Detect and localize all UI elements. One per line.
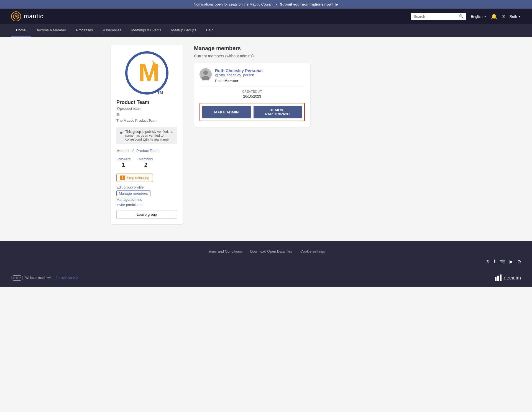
banner-cta[interactable]: Submit your nominations now!	[280, 2, 333, 6]
verified-notice: ★ This group is publicly verified, its n…	[116, 127, 177, 144]
svg-text:M: M	[139, 59, 159, 87]
followers-count: 1	[116, 162, 131, 168]
remove-participant-button[interactable]: REMOVE PARTICIPANT	[254, 106, 302, 118]
action-links: Edit group profile Manage members Manage…	[116, 185, 177, 219]
logo-icon: M	[11, 11, 21, 21]
svg-point-7	[203, 70, 208, 75]
created-at-label: CREATED AT	[200, 90, 305, 93]
member-of-row: Member of Product Team	[116, 149, 177, 153]
logo-link[interactable]: M mautic	[11, 11, 44, 21]
footer: Terms and Conditions Download Open Data …	[0, 241, 532, 287]
group-name: Product Team	[116, 100, 177, 105]
followers-stat: Followers 1	[116, 157, 131, 168]
group-logo: M TM	[116, 51, 177, 95]
verified-text: This group is publicly verified, its nam…	[125, 130, 175, 141]
member-name-link[interactable]: Ruth Cheesley Personal	[215, 68, 263, 73]
manage-members-link[interactable]: Manage members	[116, 190, 150, 196]
footer-link-cookies[interactable]: Cookie settings	[300, 249, 325, 253]
logo-text: mautic	[24, 13, 44, 20]
notification-icon[interactable]: 🔔	[491, 13, 497, 19]
members-count: 2	[139, 162, 153, 168]
language-button[interactable]: English ▼	[471, 14, 487, 19]
nav-item-become-member[interactable]: Become a Member	[31, 24, 71, 37]
right-content: Manage members Current members (without …	[194, 45, 421, 127]
top-banner: Nominations open for seats on the Mautic…	[0, 0, 532, 9]
role-label: Role:	[215, 79, 223, 83]
group-description: The Mautic Product Team	[116, 118, 177, 123]
decidim-label: decidim	[504, 275, 521, 281]
search-icon: 🔍	[459, 14, 464, 19]
created-section: CREATED AT 26/10/2023	[200, 90, 305, 98]
followers-label: Followers	[116, 157, 131, 161]
svg-text:M: M	[14, 14, 18, 19]
member-actions: MAKE ADMIN REMOVE PARTICIPANT	[200, 103, 305, 121]
footer-made-with: Website made with	[25, 276, 53, 280]
facebook-icon[interactable]: f	[494, 259, 495, 264]
banner-arrow: ▶	[336, 2, 338, 6]
banner-text: Nominations open for seats on the Mautic…	[194, 2, 273, 6]
make-admin-button[interactable]: MAKE ADMIN	[202, 106, 251, 118]
nav-item-processes[interactable]: Processes	[71, 24, 98, 37]
verified-icon: ★	[119, 130, 123, 135]
user-menu-button[interactable]: Ruth ▼	[510, 14, 521, 19]
stats-row: Followers 1 Members 2	[116, 157, 177, 168]
group-handle: @product-team	[116, 106, 177, 111]
members-stat: Members 2	[139, 157, 153, 168]
member-of-label: Member of	[116, 149, 134, 153]
twitter-icon[interactable]: 𝕏	[486, 259, 490, 264]
follow-count: 1	[120, 176, 125, 180]
role-value: Member	[224, 79, 238, 83]
current-members-label: Current members (without admins):	[194, 54, 421, 58]
bar2	[497, 276, 499, 281]
main-container: M TM Product Team @product-team ✉ The Ma…	[100, 45, 432, 224]
nav-item-meetup[interactable]: Meetup Groups	[166, 24, 201, 37]
github-icon[interactable]: ⊙	[517, 259, 521, 264]
nav-item-home[interactable]: Home	[11, 24, 31, 37]
svg-text:TM: TM	[157, 90, 163, 95]
nav-item-help[interactable]: Help	[201, 24, 219, 37]
header-right: 🔍 English ▼ 🔔 ✉ Ruth ▼	[411, 13, 521, 20]
leave-group-button[interactable]: Leave group	[116, 210, 177, 219]
footer-cc: © ⊕ ≠ Website made with free software ↗	[11, 275, 78, 281]
search-input[interactable]	[414, 14, 457, 19]
footer-links: Terms and Conditions Download Open Data …	[11, 249, 521, 253]
nav-bar: Home Become a Member Processes Assemblie…	[0, 24, 532, 37]
member-role: Role: Member	[215, 79, 305, 83]
footer-link-opendata[interactable]: Download Open Data files	[250, 249, 292, 253]
member-info: Ruth Cheesley Personal @ruth_cheesley_pe…	[215, 68, 305, 83]
member-of-link[interactable]: Product Team	[136, 149, 158, 153]
email-icon: ✉	[116, 112, 177, 117]
youtube-icon[interactable]: ▶	[510, 259, 513, 264]
instagram-icon[interactable]: 📷	[500, 259, 505, 264]
members-label: Members	[139, 157, 153, 161]
footer-link-terms[interactable]: Terms and Conditions	[207, 249, 242, 253]
edit-profile-link[interactable]: Edit group profile	[116, 185, 177, 189]
decidim-logo: decidim	[495, 274, 521, 281]
member-header: Ruth Cheesley Personal @ruth_cheesley_pe…	[200, 68, 305, 83]
search-box[interactable]: 🔍	[411, 13, 466, 20]
bar1	[495, 277, 497, 281]
bar3	[500, 274, 502, 281]
manage-admins-link[interactable]: Manage admins	[116, 197, 177, 202]
member-card: Ruth Cheesley Personal @ruth_cheesley_pe…	[194, 63, 310, 127]
message-icon[interactable]: ✉	[502, 14, 505, 19]
sidebar-card: M TM Product Team @product-team ✉ The Ma…	[111, 45, 183, 224]
user-name: Ruth	[510, 14, 517, 19]
banner-separator: -	[276, 2, 277, 6]
header: M mautic 🔍 English ▼ 🔔 ✉ Ruth ▼	[0, 9, 532, 24]
stop-following-label: Stop following	[127, 176, 149, 180]
cc-badge: © ⊕ ≠	[11, 275, 23, 281]
stop-following-button[interactable]: 1 Stop following	[116, 174, 153, 182]
nav-item-assemblies[interactable]: Assemblies	[98, 24, 126, 37]
invite-participant-link[interactable]: Invite participant	[116, 203, 177, 207]
user-chevron-icon: ▼	[518, 15, 521, 18]
member-avatar	[200, 68, 212, 80]
nav-item-meetings[interactable]: Meetings & Events	[126, 24, 166, 37]
created-date: 26/10/2023	[200, 94, 305, 98]
divider	[200, 86, 305, 87]
lang-chevron-icon: ▼	[484, 15, 487, 18]
manage-title: Manage members	[194, 45, 421, 52]
decidim-bars-icon	[495, 274, 502, 281]
free-software-link[interactable]: free software ↗	[55, 276, 78, 280]
footer-social: 𝕏 f 📷 ▶ ⊙	[11, 259, 521, 264]
